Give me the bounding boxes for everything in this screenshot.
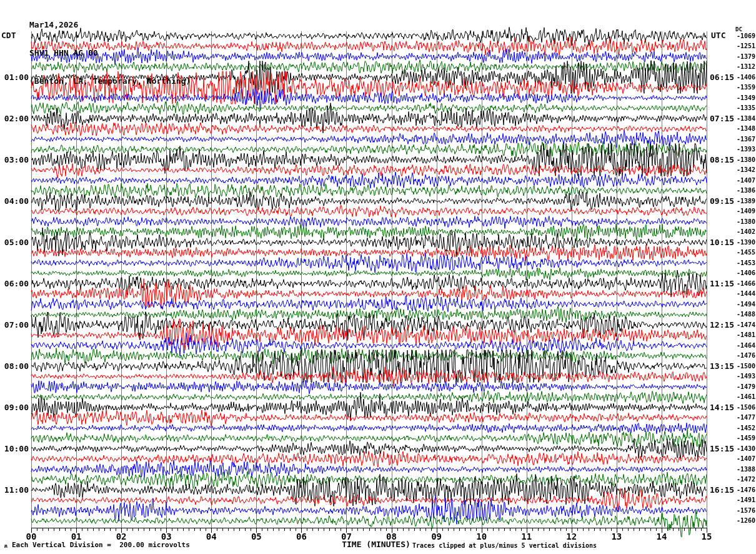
x-tick-label: 02	[110, 531, 132, 541]
x-tick-label: 10	[470, 531, 493, 541]
left-axis-header: CDT	[1, 31, 16, 40]
dc-column-header: DC	[735, 26, 742, 33]
dc-value: -1479	[729, 383, 755, 390]
dc-value: -1386	[729, 187, 755, 194]
dc-value: -1406	[729, 74, 755, 81]
dc-value: -1390	[729, 239, 755, 246]
dc-value: -1260	[729, 517, 755, 524]
x-tick-label: 15	[695, 531, 718, 541]
dc-value: -1359	[729, 84, 755, 91]
dc-value: -1379	[729, 53, 755, 60]
dc-value: -1464	[729, 342, 755, 349]
dc-value: -1393	[729, 146, 755, 153]
x-axis-title: TIME (MINUTES)	[342, 540, 410, 549]
dc-value: -1402	[729, 228, 755, 235]
x-tick-label: 14	[650, 531, 673, 541]
dc-value: -1576	[729, 507, 755, 514]
dc-value: -1494	[729, 301, 755, 308]
dc-value: -1444	[729, 290, 755, 297]
dc-value: -1430	[729, 445, 755, 452]
dc-value: -1407	[729, 177, 755, 184]
hour-label-cdt: 06:00	[0, 279, 29, 288]
dc-value: -1461	[729, 393, 755, 400]
dc-value: -1472	[729, 476, 755, 483]
hour-label-cdt: 04:00	[0, 196, 29, 206]
dc-value: -1335	[729, 104, 755, 111]
right-axis-header: UTC	[711, 31, 725, 40]
x-tick-label: 13	[605, 531, 628, 541]
dc-value: -1459	[729, 435, 755, 441]
dc-value: -1476	[729, 352, 755, 359]
x-tick-label: 09	[425, 531, 448, 541]
x-tick-label: 11	[515, 531, 538, 541]
dc-value: -1384	[729, 115, 755, 122]
dc-value: -1493	[729, 373, 755, 380]
dc-value: -1349	[729, 94, 755, 101]
x-tick-label: 04	[200, 531, 222, 541]
dc-value: -1251	[729, 43, 755, 49]
dc-value: -1500	[729, 363, 755, 370]
dc-value: -1380	[729, 156, 755, 163]
hour-label-cdt: 08:00	[0, 361, 29, 371]
dc-value: -1452	[729, 425, 755, 431]
dc-value: -1506	[729, 404, 755, 411]
x-tick-label: 01	[65, 531, 87, 541]
dc-value: -1476	[729, 486, 755, 493]
hour-label-cdt: 09:00	[0, 403, 29, 412]
dc-value: -1388	[729, 466, 755, 473]
dc-value: -1342	[729, 166, 755, 173]
hour-label-cdt: 10:00	[0, 444, 29, 453]
dc-value: -1481	[729, 331, 755, 338]
hour-label-cdt: 03:00	[0, 155, 29, 164]
dc-value: -1466	[729, 280, 755, 287]
title-station: SHV1 HHN AG 00	[29, 48, 191, 58]
scale-note: Each Vertical Division = 200.00 microvol…	[12, 541, 190, 549]
hour-label-cdt: 11:00	[0, 485, 29, 495]
x-tick-label: 12	[560, 531, 583, 541]
dc-value: -1491	[729, 496, 755, 503]
title-date: Mar14,2026	[29, 20, 191, 29]
dc-value: -1455	[729, 249, 755, 256]
x-tick-label: 06	[290, 531, 312, 541]
title-location: (Benton, LA, Temporary, Northing)	[29, 76, 191, 86]
helicorder-page: Mar14,2026 SHV1 HHN AG 00 (Benton, LA, T…	[0, 0, 756, 554]
hour-label-cdt: 01:00	[0, 73, 29, 82]
x-tick-label: 03	[155, 531, 177, 541]
dc-value: -1406	[729, 269, 755, 276]
hour-label-cdt: 05:00	[0, 238, 29, 247]
dc-value: -1407	[729, 455, 755, 462]
dc-value: -1312	[729, 63, 755, 70]
dc-value: -1409	[729, 208, 755, 214]
dc-value: -1453	[729, 259, 755, 266]
dc-value: -1389	[729, 198, 755, 204]
dc-value: -1069	[729, 33, 755, 39]
dc-value: -1380	[729, 218, 755, 225]
dc-value: -1348	[729, 125, 755, 132]
microvolt-glyph-icon: ʍ	[4, 543, 7, 549]
x-tick-label: 00	[20, 531, 42, 541]
hour-label-cdt: 02:00	[0, 114, 29, 123]
dc-value: -1474	[729, 321, 755, 328]
dc-value: -1367	[729, 136, 755, 143]
dc-value: -1477	[729, 414, 755, 421]
hour-label-cdt: 07:00	[0, 320, 29, 330]
plot-title-block: Mar14,2026 SHV1 HHN AG 00 (Benton, LA, T…	[29, 1, 191, 104]
x-tick-label: 05	[245, 531, 267, 541]
clip-note: Traces clipped at plus/minus 5 vertical …	[412, 542, 597, 549]
dc-value: -1488	[729, 311, 755, 318]
